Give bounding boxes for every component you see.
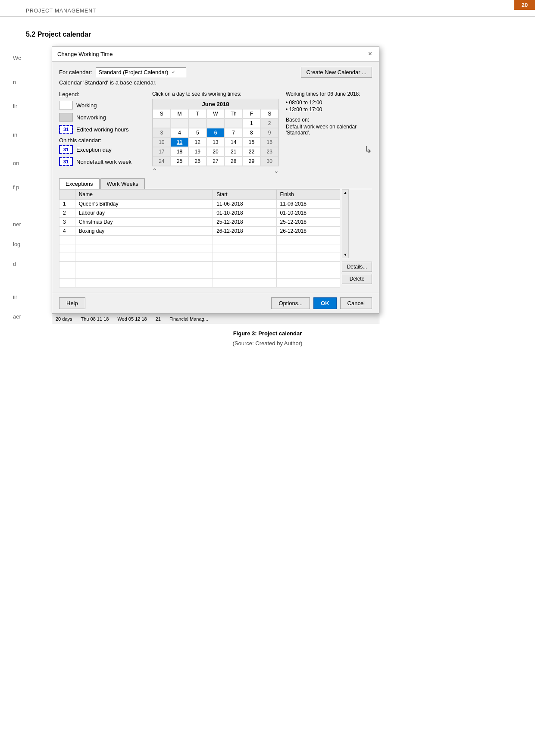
day-label-th: Th	[225, 109, 243, 119]
nondefault-icon: 31	[59, 157, 73, 166]
calendar-day-23[interactable]: 23	[260, 147, 278, 156]
day-label-s1: S	[153, 109, 171, 119]
calendar-day-19[interactable]: 19	[188, 147, 206, 156]
exceptions-table: Name Start Finish 1 Queen's Birthday 11-…	[59, 189, 340, 287]
figure-caption: Figure 3: Project calendar	[0, 324, 535, 338]
table-scrollbar[interactable]: ▲ ▼	[342, 189, 349, 258]
row-start: 26-12-2018	[213, 227, 276, 236]
scroll-down-arrow-icon: ▼	[344, 253, 347, 257]
for-calendar-label: For calendar:	[59, 69, 92, 75]
calendar-day-29[interactable]: 29	[243, 156, 261, 166]
table-row[interactable]: 1 Queen's Birthday 11-06-2018 11-06-2018	[59, 200, 340, 209]
status-num: 21	[156, 316, 161, 322]
calendar-day-7[interactable]: 7	[225, 128, 243, 137]
table-row[interactable]: 2 Labour day 01-10-2018 01-10-2018	[59, 209, 340, 218]
calendar-day-2[interactable]: 2	[260, 119, 278, 128]
calendar-day-11[interactable]: 11	[171, 137, 189, 147]
col-start: Start	[213, 190, 276, 200]
calendar-day-20[interactable]: 20	[206, 147, 225, 156]
calendar-dropdown[interactable]: Standard (Project Calendar) ✓	[96, 67, 187, 77]
calendar-day-27[interactable]: 27	[206, 156, 225, 166]
change-working-time-dialog: Change Working Time × For calendar: Stan…	[52, 46, 379, 314]
calendar-day-1[interactable]: 1	[243, 119, 261, 128]
calendar-day-24[interactable]: 24	[153, 156, 171, 166]
status-wed: Wed 05 12 18	[117, 316, 147, 322]
calendar-day-15[interactable]: 15	[243, 137, 261, 147]
dialog-body: For calendar: Standard (Project Calendar…	[52, 62, 379, 293]
table-row[interactable]: 3 Christmas Day 25-12-2018 25-12-2018	[59, 218, 340, 227]
table-actions-panel: ▲ ▼ Details... Delete	[340, 189, 372, 284]
close-button[interactable]: ×	[366, 50, 374, 58]
calendar-day[interactable]	[225, 119, 243, 128]
calendar-month-header: June 2018	[153, 99, 278, 109]
col-finish: Finish	[276, 190, 340, 200]
exception-label: Exception day	[76, 147, 112, 153]
scroll-up-icon[interactable]: ⌃	[152, 167, 157, 174]
row-start: 01-10-2018	[213, 209, 276, 218]
calendar-day-12[interactable]: 12	[188, 137, 206, 147]
create-new-calendar-button[interactable]: Create New Calendar ...	[301, 67, 372, 78]
calendar-day-16[interactable]: 16	[260, 137, 278, 147]
row-start: 11-06-2018	[213, 200, 276, 209]
calendar-day-28[interactable]: 28	[225, 156, 243, 166]
calendar-day-18[interactable]: 18	[171, 147, 189, 156]
calendar-day[interactable]	[206, 119, 225, 128]
dialog-footer: Help Options... OK Cancel	[52, 293, 379, 313]
calendar-day-26[interactable]: 26	[188, 156, 206, 166]
calendar-day-3[interactable]: 3	[153, 128, 171, 137]
calendar-day-22[interactable]: 22	[243, 147, 261, 156]
delete-button[interactable]: Delete	[342, 274, 372, 284]
status-last: Financial Manag...	[169, 316, 208, 322]
left-labels: Wc n iir in on f p ner log d iir aer	[13, 50, 21, 325]
tab-work-weeks[interactable]: Work Weeks	[100, 178, 145, 189]
calendar-day-6[interactable]: 6	[206, 128, 225, 137]
table-row-empty[interactable]	[59, 279, 340, 287]
details-button[interactable]: Details...	[342, 262, 372, 272]
table-row-empty[interactable]	[59, 236, 340, 244]
nonworking-label: Nonworking	[76, 114, 106, 121]
calendar-day-9[interactable]: 9	[260, 128, 278, 137]
dialog-title: Change Working Time	[57, 51, 113, 57]
based-on-title: Based on:	[286, 117, 372, 123]
dialog-titlebar: Change Working Time ×	[52, 47, 379, 62]
scroll-down-icon[interactable]: ⌄	[274, 167, 279, 174]
ok-button[interactable]: OK	[313, 297, 337, 309]
calendar-day-25[interactable]: 25	[171, 156, 189, 166]
options-button[interactable]: Options...	[271, 297, 310, 309]
row-finish: 11-06-2018	[276, 200, 340, 209]
cancel-button[interactable]: Cancel	[340, 297, 372, 309]
section-heading: 5.2 Project calendar	[0, 17, 535, 46]
working-times-title: Working times for 06 June 2018:	[286, 91, 372, 97]
page-number: 20	[514, 0, 535, 10]
calendar-day-8[interactable]: 8	[243, 128, 261, 137]
calendar-day-21[interactable]: 21	[225, 147, 243, 156]
dialog-area: Wc n iir in on f p ner log d iir aer Cha…	[0, 46, 535, 324]
legend-panel: Legend: Working Nonworking 31 Edited wor…	[59, 91, 145, 174]
based-on-value: Default work week on calendar 'Standard'…	[286, 124, 372, 136]
help-button[interactable]: Help	[59, 297, 85, 309]
legend-edited: 31 Edited working hours	[59, 125, 145, 134]
calendar-day-4[interactable]: 4	[171, 128, 189, 137]
calendar-day[interactable]	[171, 119, 189, 128]
calendar-day[interactable]	[153, 119, 171, 128]
day-label-f: F	[243, 109, 261, 119]
tabs-bar: Exceptions Work Weeks	[59, 178, 372, 189]
calendar-day[interactable]	[188, 119, 206, 128]
calendar-day-17[interactable]: 17	[153, 147, 171, 156]
table-row-empty[interactable]	[59, 262, 340, 270]
table-row-empty[interactable]	[59, 244, 340, 253]
working-icon	[59, 101, 73, 109]
table-row[interactable]: 4 Boxing day 26-12-2018 26-12-2018	[59, 227, 340, 236]
calendar-day-14[interactable]: 14	[225, 137, 243, 147]
calendar-grid: June 2018 S M T W Th F S	[152, 99, 279, 166]
legend-nondefault: 31 Nondefault work week	[59, 157, 145, 166]
calendar-day-5[interactable]: 5	[188, 128, 206, 137]
based-on-section: Based on: Default work week on calendar …	[286, 117, 372, 136]
table-row-empty[interactable]	[59, 253, 340, 262]
tab-exceptions[interactable]: Exceptions	[59, 178, 100, 189]
calendar-day-30[interactable]: 30	[260, 156, 278, 166]
calendar-day-13[interactable]: 13	[206, 137, 225, 147]
calendar-day-10[interactable]: 10	[153, 137, 171, 147]
table-row-empty[interactable]	[59, 270, 340, 279]
nondefault-label: Nondefault work week	[76, 159, 131, 165]
